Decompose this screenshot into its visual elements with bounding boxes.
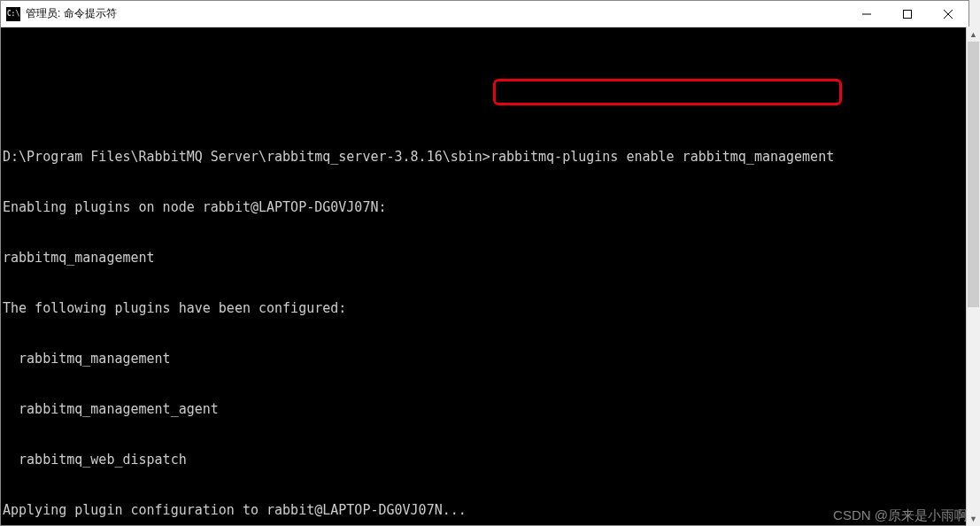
terminal-line: D:\Program Files\RabbitMQ Server\rabbitm… [3,149,967,166]
terminal-content: D:\Program Files\RabbitMQ Server\rabbitm… [3,65,967,525]
scrollbar-thumb[interactable] [968,42,979,307]
terminal-line: Applying plugin configuration to rabbit@… [3,502,967,519]
terminal-line: rabbitmq_management [3,250,967,267]
cmd-icon: C:\ [6,7,20,21]
window-controls [846,1,968,27]
terminal-line: rabbitmq_management_agent [3,401,967,418]
scroll-up-arrow-icon[interactable]: ▲ [967,27,980,42]
terminal-area[interactable]: D:\Program Files\RabbitMQ Server\rabbitm… [1,27,968,525]
window-title: 管理员: 命令提示符 [26,6,846,21]
terminal-line: The following plugins have been configur… [3,300,967,317]
maximize-button[interactable] [887,1,928,27]
minimize-button[interactable] [846,1,887,27]
terminal-line: rabbitmq_management [3,351,967,367]
cmd-window: C:\ 管理员: 命令提示符 D:\Program Files\RabbitMQ… [0,0,969,526]
terminal-line: rabbitmq_web_dispatch [3,452,967,468]
titlebar[interactable]: C:\ 管理员: 命令提示符 [1,1,968,27]
scroll-down-arrow-icon[interactable]: ▼ [967,511,980,526]
close-button[interactable] [928,1,968,27]
terminal-line: Enabling plugins on node rabbit@LAPTOP-D… [3,199,967,216]
vertical-scrollbar[interactable]: ▲ ▼ [966,27,980,526]
svg-rect-1 [904,10,912,18]
